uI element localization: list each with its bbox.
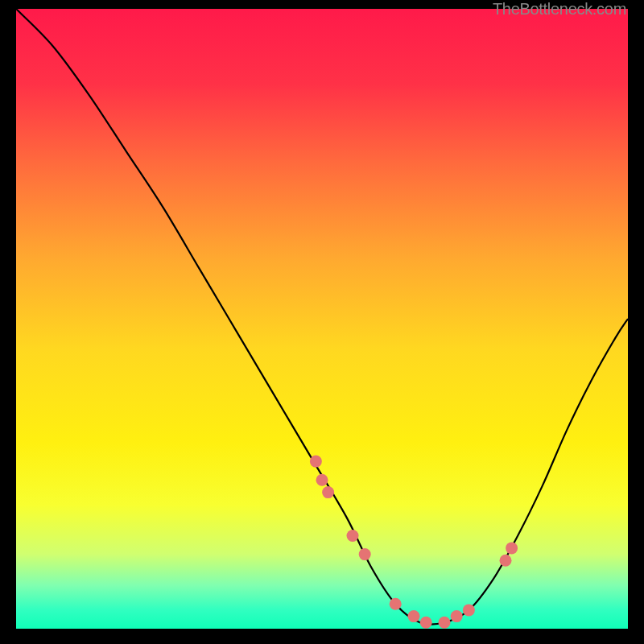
- data-point: [500, 555, 512, 567]
- data-point: [316, 474, 328, 486]
- data-point: [310, 456, 322, 468]
- chart-container: [16, 9, 628, 629]
- data-point: [463, 604, 475, 616]
- data-point: [390, 598, 402, 610]
- plot-background: [16, 9, 628, 629]
- watermark-text: TheBottleneck.com: [493, 0, 626, 19]
- data-point: [506, 542, 518, 554]
- data-point: [420, 617, 432, 629]
- data-point: [359, 548, 371, 560]
- chart-svg: [16, 9, 628, 629]
- data-point: [408, 610, 420, 622]
- data-point: [322, 486, 334, 498]
- data-point: [347, 530, 359, 542]
- data-point: [439, 617, 451, 629]
- data-point: [451, 610, 463, 622]
